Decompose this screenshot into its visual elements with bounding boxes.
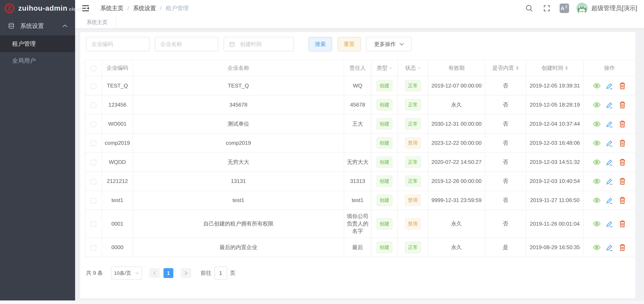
row-checkbox[interactable] <box>91 103 96 108</box>
breadcrumb-system-settings[interactable]: 系统设置 <box>133 5 156 12</box>
view-icon[interactable] <box>593 101 601 109</box>
more-actions-button[interactable]: 更多操作 <box>366 37 412 51</box>
row-checkbox[interactable] <box>91 160 96 165</box>
edit-icon[interactable] <box>606 220 614 228</box>
delete-icon[interactable] <box>618 196 626 204</box>
type-badge: 创建 <box>376 175 392 187</box>
table-row: comp2019 comp2019 创建 禁用 2023-12-22 00:00… <box>85 133 636 153</box>
col-header-status[interactable]: 状态 <box>398 60 428 76</box>
edit-icon[interactable] <box>606 196 614 204</box>
company-code-input[interactable] <box>86 37 149 51</box>
avatar[interactable] <box>576 3 588 14</box>
row-checkbox[interactable] <box>91 198 96 203</box>
row-checkbox[interactable] <box>91 245 96 250</box>
page-number-1[interactable]: 1 <box>164 268 173 278</box>
next-page-button[interactable] <box>181 268 191 278</box>
row-checkbox[interactable] <box>91 141 96 146</box>
search-button[interactable]: 搜索 <box>309 37 332 51</box>
delete-icon[interactable] <box>618 82 626 90</box>
type-badge: 创建 <box>376 218 392 229</box>
breadcrumb-home[interactable]: 系统主页 <box>100 5 123 12</box>
select-all-checkbox[interactable] <box>91 66 96 71</box>
edit-icon[interactable] <box>606 82 614 90</box>
svg-text:Z: Z <box>8 5 11 11</box>
fullscreen-icon[interactable] <box>542 4 552 13</box>
tab-system-home[interactable]: 系统主页 <box>78 16 116 28</box>
page-size-select[interactable]: 10条/页 <box>111 266 142 280</box>
row-checkbox[interactable] <box>91 179 96 184</box>
status-badge: 正常 <box>405 156 421 168</box>
delete-icon[interactable] <box>618 220 626 228</box>
cell-builtin: 否 <box>485 76 526 95</box>
cell-expire: 永久 <box>428 210 485 238</box>
table-row: 123456 345678 45678 创建 正常 永久 否 2019-12-0… <box>85 95 636 114</box>
cell-builtin: 否 <box>485 114 526 133</box>
col-header-type[interactable]: 类型 <box>371 60 398 76</box>
status-badge: 禁用 <box>405 137 421 149</box>
footer-strip <box>0 300 644 304</box>
collapse-sidebar-icon[interactable] <box>81 4 90 13</box>
user-name[interactable]: 超级管理员[演示] <box>591 4 637 12</box>
edit-icon[interactable] <box>606 139 614 147</box>
view-icon[interactable] <box>593 158 601 166</box>
chevron-left-icon <box>153 271 156 275</box>
delete-icon[interactable] <box>618 243 626 251</box>
sort-carets-icon[interactable] <box>565 66 568 70</box>
sidebar-item-tenant-management[interactable]: 租户管理 <box>0 35 75 52</box>
status-badge: 正常 <box>405 80 421 91</box>
view-icon[interactable] <box>593 220 601 228</box>
edit-icon[interactable] <box>606 243 614 251</box>
edit-icon[interactable] <box>606 120 614 128</box>
view-icon[interactable] <box>593 139 601 147</box>
filter-bar: 搜索 重置 更多操作 <box>86 37 636 51</box>
type-badge: 创建 <box>376 99 392 110</box>
created-time-picker[interactable] <box>224 37 294 51</box>
col-header-builtin[interactable]: 是否内置 <box>485 60 526 76</box>
sidebar-item-global-users[interactable]: 全局用户 <box>0 52 75 69</box>
delete-icon[interactable] <box>618 101 626 109</box>
edit-icon[interactable] <box>606 101 614 109</box>
app-logo[interactable]: Z zuihou-admincloud <box>0 0 75 16</box>
database-icon <box>8 22 15 29</box>
company-name-input[interactable] <box>155 37 218 51</box>
cell-owner: 填你公司负责人的名字 <box>344 210 371 238</box>
delete-icon[interactable] <box>618 139 626 147</box>
edit-icon[interactable] <box>606 158 614 166</box>
cell-expire: 9999-12-31 23:59:59 <box>428 191 485 210</box>
sidebar-item-label: 租户管理 <box>12 40 36 48</box>
cell-expire: 2030-12-31 00:00:00 <box>428 114 485 133</box>
sidebar-group-system-settings[interactable]: 系统设置 <box>0 16 75 35</box>
view-icon[interactable] <box>593 120 601 128</box>
row-checkbox[interactable] <box>91 122 96 127</box>
breadcrumb-separator: / <box>160 5 162 12</box>
translate-icon[interactable]: A文 <box>560 4 569 13</box>
cell-created: 2019-12-05 18:28:19 <box>526 95 584 114</box>
col-header-ops: 操作 <box>584 60 636 76</box>
view-icon[interactable] <box>593 82 601 90</box>
reset-button[interactable]: 重置 <box>338 37 361 51</box>
cell-name: 测试单位 <box>133 114 344 133</box>
delete-icon[interactable] <box>618 158 626 166</box>
cell-expire: 2023-12-22 00:00:00 <box>428 133 485 153</box>
row-checkbox[interactable] <box>91 83 96 89</box>
table-row: 0000 最后的内置企业 最后 创建 正常 永久 是 2019-08-29 16… <box>85 238 636 257</box>
content-card: 搜索 重置 更多操作 企业编码 企业名称 责任人 类型 状态 有效期 是否内置 … <box>80 32 636 298</box>
edit-icon[interactable] <box>606 177 614 185</box>
col-header-created[interactable]: 创建时间 <box>526 60 584 76</box>
search-icon[interactable] <box>524 4 534 13</box>
delete-icon[interactable] <box>618 120 626 128</box>
view-icon[interactable] <box>593 177 601 185</box>
view-icon[interactable] <box>593 196 601 204</box>
cell-builtin: 否 <box>485 191 526 210</box>
type-badge: 创建 <box>376 242 392 253</box>
cell-builtin: 否 <box>485 95 526 114</box>
goto-page-input[interactable] <box>214 266 227 280</box>
row-checkbox[interactable] <box>91 221 96 227</box>
view-icon[interactable] <box>593 243 601 251</box>
sort-carets-icon[interactable] <box>516 66 519 70</box>
type-badge: 创建 <box>376 195 392 206</box>
delete-icon[interactable] <box>618 177 626 185</box>
col-header-owner: 责任人 <box>344 60 371 76</box>
prev-page-button[interactable] <box>149 268 160 278</box>
cell-builtin: 否 <box>485 133 526 153</box>
